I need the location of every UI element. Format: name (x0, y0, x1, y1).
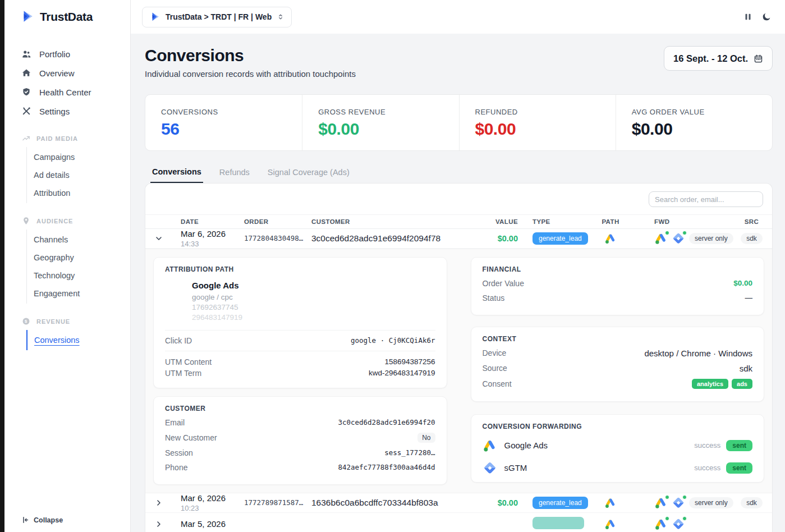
kpi-label: CONVERSIONS (161, 108, 302, 116)
column-customer: CUSTOMER (302, 218, 467, 225)
sidebar-item-attribution[interactable]: Attribution (27, 184, 130, 202)
click-id-row: Click ID google · Cj0KCQiAk6r (165, 330, 435, 351)
success-dot (682, 231, 687, 235)
trustdata-logo-icon (149, 11, 160, 22)
order-value: $0.00 (733, 279, 752, 287)
workspace-selector[interactable]: TrustData > TRDT | FR | Web (142, 7, 292, 27)
google-ads-forward-icon (654, 496, 668, 510)
kpi-value: $0.00 (475, 120, 616, 139)
audience-list: Channels Geography Technology Engagement (26, 230, 130, 304)
row-date: Mar 5, 2026 (181, 519, 235, 529)
kpi-value: 56 (161, 120, 302, 139)
sidebar-item-health-center[interactable]: Health Center (4, 82, 130, 102)
sidebar-item-technology[interactable]: Technology (27, 267, 130, 285)
expand-row-button[interactable] (145, 520, 172, 529)
tab-conversions[interactable]: Conversions (150, 167, 203, 183)
status-row: Status — (483, 293, 753, 302)
touchpoint-source-medium: google / cpc (192, 292, 435, 302)
kpi-gross-revenue: GROSS REVENUE $0.00 (302, 95, 458, 150)
sidebar-item-channels[interactable]: Channels (27, 231, 130, 249)
utm-content-value: 158694387256 (384, 357, 435, 366)
column-path: PATH (585, 218, 636, 225)
collapse-row-button[interactable] (145, 234, 172, 243)
status-value: — (745, 293, 753, 302)
detail-left-column: ATTRIBUTION PATH Google Ads google / cpc… (153, 257, 447, 485)
page-content: Conversions Individual conversion record… (131, 34, 785, 532)
sidebar-item-engagement[interactable]: Engagement (27, 285, 130, 302)
sidebar: TrustData Portfolio Overview Health Cent… (4, 0, 131, 532)
kpi-refunded: REFUNDED $0.00 (459, 95, 616, 150)
column-value: VALUE (467, 218, 518, 225)
touchpoint-campaign-id: 17692637745 (192, 302, 435, 313)
fwd-cell: server only (636, 496, 731, 510)
table-row[interactable]: Mar 6, 2026 14:33 1772804830498… 3c0ced6… (145, 229, 772, 249)
calendar-icon (754, 54, 763, 63)
type-badge (532, 517, 584, 529)
sidebar-item-conversions[interactable]: Conversions (27, 331, 130, 349)
chevron-right-icon (154, 498, 163, 507)
sidebar-section-paid-media: PAID MEDIA (4, 134, 130, 143)
dark-mode-toggle[interactable] (761, 12, 772, 22)
type-badge: generate_lead (532, 232, 588, 245)
column-type: TYPE (518, 218, 585, 225)
chevron-down-icon (154, 234, 163, 243)
path-cell (585, 497, 636, 509)
card-title: ATTRIBUTION PATH (165, 265, 435, 273)
consent-analytics-badge: analytics (692, 379, 728, 389)
map-pin-icon (22, 217, 30, 225)
tab-refunds[interactable]: Refunds (218, 167, 251, 183)
row-detail: ATTRIBUTION PATH Google Ads google / cpc… (145, 249, 772, 493)
sidebar-item-overview[interactable]: Overview (4, 63, 130, 82)
tab-signal-coverage[interactable]: Signal Coverage (Ads) (266, 167, 351, 183)
source-pill: sdk (741, 233, 763, 244)
fwd-note-pill: server only (689, 497, 733, 508)
utm-block: UTM Content 158694387256 UTM Term kwd-29… (165, 351, 435, 381)
sidebar-item-ad-details[interactable]: Ad details (27, 166, 130, 184)
customer-card: CUSTOMER Email 3c0ced6d28adc91e6994f20 N… (153, 396, 447, 485)
table-row[interactable]: Mar 6, 2026 10:23 1772789871587… 1636b6c… (145, 493, 772, 513)
kpi-avg-order-value: AVG ORDER VALUE $0.00 (616, 95, 772, 150)
row-customer-hash: 3c0ced6d28adc91e6994f2094f78 (302, 233, 467, 244)
trustdata-logo-icon (20, 9, 35, 24)
sidebar-item-geography[interactable]: Geography (27, 249, 130, 267)
table-header: DATE ORDER CUSTOMER VALUE TYPE PATH FWD … (145, 214, 772, 229)
phone-value: 842aefc77788f300aa46d4d (338, 463, 435, 471)
sidebar-item-settings[interactable]: Settings (4, 102, 130, 121)
sent-badge: sent (726, 440, 752, 451)
sidebar-section-revenue: REVENUE (4, 317, 130, 325)
google-ads-icon (604, 497, 617, 509)
attribution-path-card: ATTRIBUTION PATH Google Ads google / cpc… (153, 257, 447, 388)
chevrons-up-down-icon (277, 13, 284, 21)
utm-term-value: kwd-296483147919 (369, 369, 435, 377)
search-input[interactable] (649, 191, 763, 207)
revenue-list: Conversions (26, 330, 130, 350)
pause-button[interactable] (743, 12, 753, 22)
new-customer-row: New Customer No (165, 433, 435, 443)
new-customer-value: No (417, 433, 435, 443)
sidebar-item-campaigns[interactable]: Campaigns (27, 148, 130, 166)
chevron-right-icon (154, 520, 163, 529)
consent-badges: analytics ads (692, 379, 752, 389)
paid-media-list: Campaigns Ad details Attribution (26, 147, 130, 203)
kpi-label: AVG ORDER VALUE (632, 108, 772, 116)
sgtm-forward-icon (672, 517, 685, 531)
conversions-panel: DATE ORDER CUSTOMER VALUE TYPE PATH FWD … (145, 183, 773, 532)
source-row: Source sdk (483, 364, 753, 373)
row-date: Mar 6, 2026 (181, 493, 235, 503)
collapse-panel-icon (21, 516, 29, 524)
collapse-button[interactable]: Collapse (4, 516, 130, 524)
sidebar-item-label: Health Center (39, 88, 91, 97)
destination-name: sGTM (504, 463, 527, 473)
success-dot (665, 231, 669, 235)
table-row[interactable]: Mar 5, 2026 (145, 513, 772, 532)
success-dot (682, 516, 687, 521)
column-fwd: FWD (636, 218, 731, 225)
sidebar-item-portfolio[interactable]: Portfolio (4, 44, 130, 63)
page-title: Conversions (145, 46, 356, 65)
fwd-cell: server only (636, 232, 731, 245)
dollar-circle-icon (22, 317, 30, 325)
session-row: Session sess_177280… (165, 448, 435, 457)
session-value: sess_177280… (384, 448, 435, 457)
expand-row-button[interactable] (145, 498, 172, 507)
date-range-picker[interactable]: 16 Sept. - 12 Oct. (664, 46, 773, 71)
